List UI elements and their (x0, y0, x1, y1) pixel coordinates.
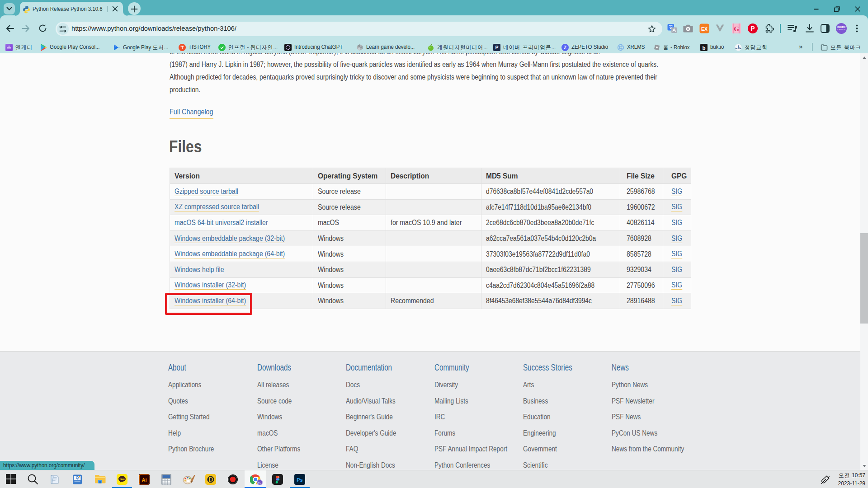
svg-text:EC: EC (258, 481, 261, 484)
svg-text:ENGEDI: ENGEDI (837, 26, 845, 28)
svg-text:EX: EX (701, 26, 708, 32)
svg-text:TALK: TALK (119, 478, 125, 480)
svg-text:CAMPUS: CAMPUS (837, 28, 845, 31)
svg-text:P: P (495, 45, 498, 50)
svg-text:P: P (750, 25, 755, 32)
svg-text:Z: Z (564, 45, 566, 50)
svg-text:G: G (734, 25, 739, 33)
svg-text:Ps: Ps (297, 477, 302, 483)
svg-text:b: b (702, 45, 705, 50)
svg-text:Ai: Ai (142, 477, 147, 483)
